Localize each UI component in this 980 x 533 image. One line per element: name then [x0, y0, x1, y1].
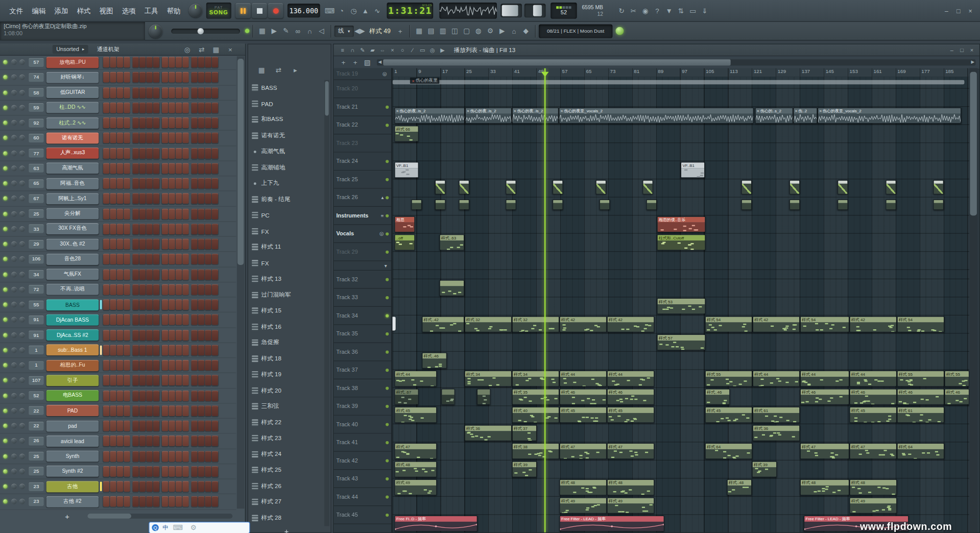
tools-icon[interactable]: ⌂ [508, 25, 520, 37]
step-cell[interactable] [110, 284, 116, 295]
step-cell[interactable] [205, 481, 211, 492]
step-cell[interactable] [132, 284, 138, 295]
step-cell[interactable] [132, 178, 138, 189]
track-activity-led[interactable] [386, 278, 389, 281]
step-cell[interactable] [110, 375, 116, 386]
cycle-icon[interactable]: ◎ [181, 43, 193, 55]
help-icon[interactable]: ? [651, 5, 663, 17]
record-button[interactable] [268, 3, 283, 18]
channel-button[interactable]: 电BASS [46, 390, 99, 401]
clip[interactable] [838, 199, 848, 210]
step-cell[interactable] [117, 117, 123, 128]
track-lane[interactable]: 样式..46 [393, 352, 970, 370]
step-cell[interactable] [110, 133, 116, 143]
step-cell[interactable] [169, 269, 175, 280]
step-cell[interactable] [103, 421, 109, 431]
menu-item[interactable]: 添加 [50, 0, 73, 21]
play-pause-button[interactable] [235, 3, 250, 18]
step-cell[interactable] [162, 421, 168, 431]
maximize-icon[interactable]: □ [952, 5, 964, 17]
step-cell[interactable] [191, 117, 197, 128]
step-cell[interactable] [103, 178, 109, 189]
step-cell[interactable] [139, 299, 146, 310]
pattern-item[interactable]: 诺有诺无 [248, 128, 326, 143]
track-lane[interactable]: 样式 44样式 34样式 34样式 44样式 44样式 55样式 44样式 44… [393, 370, 970, 388]
step-cell[interactable] [110, 224, 116, 234]
step-cell[interactable] [198, 390, 204, 401]
step-cell[interactable] [176, 208, 182, 219]
step-cell[interactable] [212, 148, 218, 159]
step-cell[interactable] [212, 466, 218, 477]
rack-vertical-scrollbar[interactable] [237, 56, 245, 508]
clip[interactable]: 样式 34 [512, 371, 559, 387]
clip[interactable]: 样式 42 [559, 316, 607, 332]
step-cell[interactable] [103, 193, 109, 204]
step-cell[interactable] [205, 193, 211, 204]
step-cell[interactable] [139, 284, 146, 295]
channel-volume-knob[interactable] [19, 105, 25, 110]
step-cell[interactable] [153, 390, 159, 401]
track-header[interactable]: Track 21 [334, 98, 392, 116]
step-grid-icon[interactable]: ▦ [256, 25, 268, 37]
step-cell[interactable] [182, 330, 188, 341]
clip[interactable] [435, 199, 446, 210]
step-cell[interactable] [139, 239, 146, 250]
step-cell[interactable] [103, 254, 109, 264]
step-cell[interactable] [182, 435, 188, 446]
channel-button[interactable]: 尖分解 [46, 208, 99, 220]
pattern-item[interactable]: 样式 19 [248, 367, 326, 382]
step-cell[interactable] [110, 269, 116, 280]
clip[interactable] [553, 180, 563, 194]
step-cell[interactable] [117, 496, 123, 507]
step-cell[interactable] [198, 148, 204, 159]
ime-logo-icon[interactable]: Q [152, 524, 158, 531]
channel-volume-knob[interactable] [19, 196, 25, 202]
track-activity-led[interactable] [386, 314, 389, 317]
step-cell[interactable] [132, 224, 138, 234]
step-cell[interactable] [191, 496, 197, 507]
step-cell[interactable] [153, 405, 159, 416]
step-cell[interactable] [103, 390, 109, 401]
channel-button[interactable]: 不再..说唱 [46, 284, 99, 295]
step-cell[interactable] [182, 57, 188, 68]
channel-volume-knob[interactable] [19, 241, 25, 247]
track-collapse-icon[interactable]: ▾ [385, 263, 387, 269]
step-cell[interactable] [153, 299, 159, 310]
mic-icon[interactable]: ◉ [639, 5, 651, 17]
step-cell[interactable] [139, 163, 146, 174]
menu-item[interactable]: 样式 [73, 0, 95, 21]
clip[interactable]: 样式 38 [512, 443, 559, 459]
playlist-icon[interactable]: ▦ [413, 25, 425, 37]
clip[interactable]: 样式 55 [944, 371, 969, 387]
step-cell[interactable] [153, 208, 159, 219]
step-cell[interactable] [146, 390, 152, 401]
track-header[interactable]: Track 45 [334, 506, 392, 524]
step-cell[interactable] [182, 345, 188, 355]
clip[interactable]: 样式 39 [752, 461, 777, 477]
close-icon[interactable]: × [964, 5, 976, 17]
step-cell[interactable] [124, 103, 130, 113]
pattern-item[interactable]: 样式 16 [248, 319, 326, 335]
step-cell[interactable] [182, 466, 188, 477]
step-cell[interactable] [103, 360, 109, 371]
step-cell[interactable] [176, 314, 182, 325]
channel-enable-led[interactable] [3, 378, 8, 383]
channel-volume-knob[interactable] [19, 469, 25, 474]
channel-volume-knob[interactable] [19, 499, 25, 504]
step-cell[interactable] [103, 435, 109, 446]
step-cell[interactable] [169, 360, 175, 371]
clip[interactable]: 样式 44 [849, 371, 897, 387]
channel-volume-knob[interactable] [19, 378, 25, 383]
step-cell[interactable] [162, 405, 168, 416]
step-cell[interactable] [103, 133, 109, 143]
clip[interactable]: 样式 46 [849, 389, 897, 405]
channel-pan-knob[interactable] [11, 59, 17, 65]
step-cell[interactable] [162, 148, 168, 159]
track-lane[interactable] [393, 252, 970, 270]
step-cell[interactable] [153, 345, 159, 355]
step-cell[interactable] [169, 466, 175, 477]
step-cell[interactable] [124, 451, 130, 462]
pattern-item[interactable]: 样式 18 [248, 351, 326, 367]
step-cell[interactable] [110, 314, 116, 325]
step-cell[interactable] [191, 57, 197, 68]
